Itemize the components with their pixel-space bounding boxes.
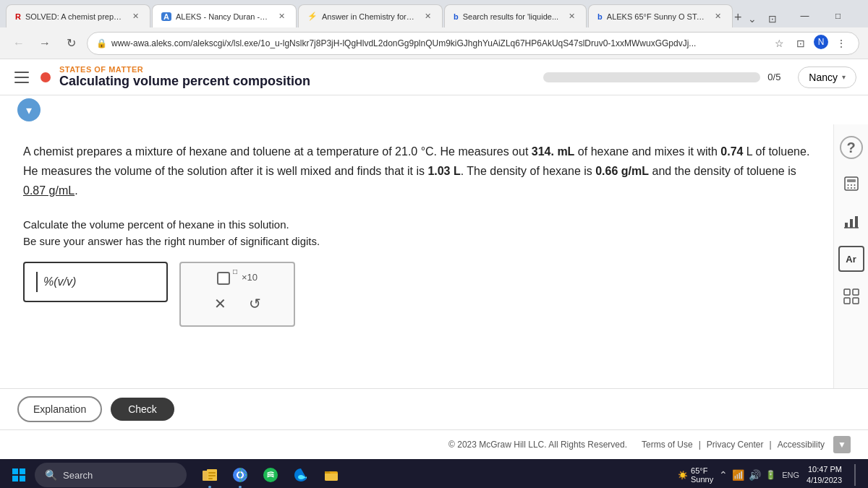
highlight-314: 314. mL [532, 145, 575, 158]
accessibility-link[interactable]: Accessibility [778, 440, 825, 450]
svg-point-3 [851, 184, 852, 186]
tab-close-2[interactable]: ✕ [276, 11, 287, 22]
reload-button[interactable]: ↻ [61, 33, 81, 53]
scroll-button[interactable]: ▼ [833, 436, 851, 453]
tab-close-3[interactable]: ✕ [422, 11, 433, 22]
hamburger-menu[interactable] [12, 67, 32, 87]
taskbar-app-files[interactable] [317, 461, 346, 488]
svg-rect-10 [855, 216, 858, 228]
taskbar-app-chrome[interactable] [226, 461, 255, 488]
collapse-button[interactable]: ▾ [17, 98, 41, 121]
wifi-icon[interactable]: 📶 [732, 469, 744, 481]
spotify-icon [263, 467, 278, 483]
topic-info: STATES OF MATTER Calculating volume perc… [59, 65, 535, 89]
svg-rect-23 [208, 475, 216, 476]
svg-rect-14 [844, 298, 850, 304]
copyright-bar: © 2023 McGraw Hill LLC. All Rights Reser… [0, 429, 868, 459]
progress-seg-5 [718, 74, 760, 81]
exp-x10-label: ×10 [242, 272, 258, 283]
extension-icon[interactable]: ⊡ [792, 35, 809, 52]
back-button[interactable]: ← [9, 33, 29, 53]
new-tab-button[interactable]: + [734, 7, 742, 27]
tab-aleks[interactable]: A ALEKS - Nancy Duran - Le... ✕ [152, 4, 297, 27]
answer-unit: %(v/v) [43, 275, 76, 288]
help-button[interactable]: ? [840, 136, 863, 159]
tab-label-4: Search results for 'liquide... [463, 12, 558, 21]
content-wrapper: A chemist prepares a mixture of hexane a… [0, 124, 868, 388]
address-bar[interactable]: 🔒 www-awa.aleks.com/alekscgi/x/lsl.exe/1… [87, 32, 859, 55]
forward-button[interactable]: → [35, 33, 55, 53]
progress-seg-4 [675, 74, 716, 81]
terms-link[interactable]: Terms of Use [642, 440, 693, 450]
start-button[interactable] [6, 462, 32, 488]
content-area: A chemist prepares a mixture of hexane a… [0, 124, 868, 388]
topic-title: Calculating volume percent composition [59, 74, 535, 89]
nav-bar: ← → ↻ 🔒 www-awa.aleks.com/alekscgi/x/lsl… [0, 27, 868, 59]
svg-rect-22 [208, 472, 216, 474]
svg-point-6 [851, 187, 852, 189]
taskbar-search-text: Search [63, 470, 93, 481]
svg-rect-12 [844, 289, 850, 295]
window-close-button[interactable]: ✕ [855, 4, 868, 27]
answer-input-box[interactable]: %(v/v) [23, 262, 168, 302]
tab-close-1[interactable]: ✕ [129, 11, 141, 22]
privacy-link[interactable]: Privacy Center [707, 440, 764, 450]
tab-solved[interactable]: R SOLVED: A chemist prepa... ✕ [6, 4, 150, 27]
exp-checkbox[interactable] [217, 272, 230, 285]
taskbar-search[interactable]: 🔍 Search [35, 463, 187, 487]
periodic-table-icon [843, 288, 860, 305]
sep-pipe-1: | [699, 440, 701, 450]
copyright-text: © 2023 McGraw Hill LLC. All Rights Reser… [448, 440, 627, 450]
folder-icon [323, 467, 339, 483]
tab-minimize-icon[interactable]: ⌄ [744, 10, 761, 27]
ar-button[interactable]: Ar [838, 246, 864, 272]
highlight-density1: 0.66 g/mL [595, 165, 649, 177]
check-button[interactable]: Check [111, 398, 174, 421]
user-menu-button[interactable]: Nancy ▾ [798, 67, 856, 88]
tab-aleks2[interactable]: b ALEKS 65°F Sunny O STA... ✕ [588, 4, 733, 27]
show-desktop-divider [854, 464, 856, 486]
taskbar: 🔍 Search [0, 459, 868, 488]
exp-superscript-label: □ [233, 267, 237, 275]
tab-close-4[interactable]: ✕ [566, 11, 577, 22]
tab-search[interactable]: b Search results for 'liquide... ✕ [444, 4, 587, 27]
exp-undo-button[interactable]: ↺ [242, 291, 268, 317]
notification-icon[interactable]: ⌃ [719, 469, 728, 481]
tab-label-3: Answer in Chemistry for r... [322, 12, 414, 21]
lock-icon: 🔒 [96, 38, 107, 48]
window-minimize-button[interactable]: — [788, 4, 822, 27]
svg-rect-8 [845, 223, 848, 228]
profile-icon[interactable]: N [814, 35, 828, 49]
tab-close-5[interactable]: ✕ [712, 11, 723, 22]
window-maximize-button[interactable]: □ [822, 4, 855, 27]
weather-widget[interactable]: ☀️ 65°F Sunny [678, 466, 713, 484]
tab-favicon-2: A [161, 12, 171, 21]
question-prompt2: Be sure your answer has the right number… [23, 235, 822, 247]
exp-clear-button[interactable]: ✕ [207, 291, 233, 317]
taskbar-app-explorer[interactable] [195, 461, 224, 488]
temperature-text: 65°F [691, 466, 713, 475]
bookmark-icon[interactable]: ☆ [770, 35, 788, 52]
taskbar-time[interactable]: 10:47 PM 4/19/2023 [807, 464, 842, 487]
explanation-button[interactable]: Explanation [17, 396, 102, 422]
svg-point-7 [854, 187, 855, 189]
tab-bar: R SOLVED: A chemist prepa... ✕ A ALEKS -… [0, 0, 868, 27]
taskbar-app-spotify[interactable] [256, 461, 285, 488]
battery-icon[interactable]: 🔋 [765, 470, 776, 480]
progress-seg-2 [588, 74, 629, 81]
chart-button[interactable] [838, 208, 864, 234]
hamburger-line-1 [14, 72, 29, 73]
periodic-table-button[interactable] [838, 283, 864, 309]
tab-more-icon[interactable]: ⊡ [764, 10, 781, 27]
more-options-icon[interactable]: ⋮ [833, 35, 850, 52]
tab-answer[interactable]: ⚡ Answer in Chemistry for r... ✕ [298, 4, 443, 27]
weather-condition: Sunny [691, 475, 713, 484]
volume-icon[interactable]: 🔊 [749, 469, 761, 481]
show-desktop-button[interactable] [848, 461, 862, 488]
tab-favicon-5: b [597, 12, 603, 21]
taskbar-app-edge[interactable] [286, 461, 315, 488]
highlight-density2: 0.87 g/mL [23, 184, 75, 197]
calculator-button[interactable] [838, 171, 864, 197]
hamburger-line-2 [14, 77, 29, 78]
address-actions: ☆ ⊡ N ⋮ [770, 35, 850, 52]
